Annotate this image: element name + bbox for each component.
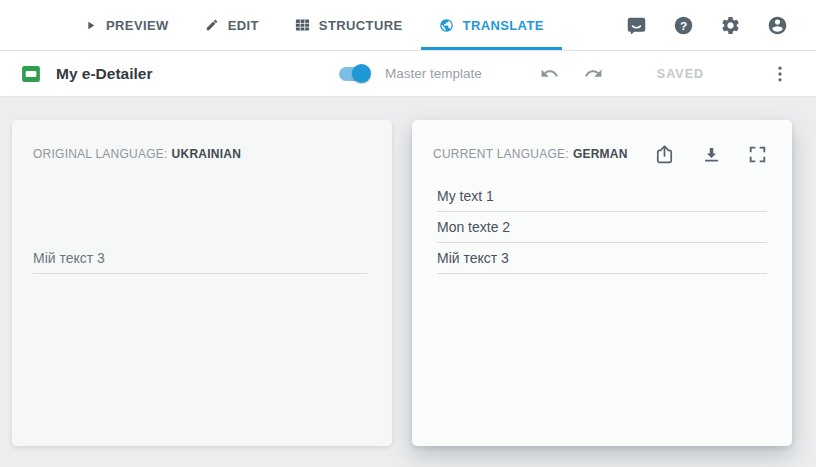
empty-row-spacer <box>33 181 367 243</box>
fullscreen-icon[interactable] <box>747 144 768 165</box>
tab-edit[interactable]: EDIT <box>187 0 277 50</box>
master-template-group: Master template <box>339 66 482 81</box>
tab-edit-label: EDIT <box>228 18 259 33</box>
current-panel-body: My text 1 Mon texte 2 Мій текст 3 <box>412 181 792 274</box>
translate-workspace: ORIGINAL LANGUAGE: UKRAINIAN Мій текст 3… <box>0 97 816 467</box>
current-language-panel: CURRENT LANGUAGE: GERMAN <box>412 120 792 446</box>
help-icon[interactable]: ? <box>673 15 694 36</box>
more-options-button[interactable] <box>770 64 790 84</box>
original-text: Мій текст 3 <box>33 250 105 266</box>
tab-structure-label: STRUCTURE <box>319 18 403 33</box>
translation-text: Мій текст 3 <box>437 250 509 266</box>
original-language-panel: ORIGINAL LANGUAGE: UKRAINIAN Мій текст 3 <box>12 120 392 446</box>
tab-translate-label: TRANSLATE <box>463 18 544 33</box>
current-panel-header: CURRENT LANGUAGE: GERMAN <box>412 120 792 166</box>
tab-structure[interactable]: STRUCTURE <box>277 0 421 50</box>
master-template-label: Master template <box>385 66 482 81</box>
tab-preview[interactable]: PREVIEW <box>66 0 187 50</box>
original-panel-header: ORIGINAL LANGUAGE: UKRAINIAN <box>12 120 392 166</box>
original-panel-body: Мій текст 3 <box>12 181 392 274</box>
settings-gear-icon[interactable] <box>720 15 741 36</box>
feedback-chat-icon[interactable] <box>626 15 647 36</box>
translation-text: Mon texte 2 <box>437 219 510 235</box>
svg-text:?: ? <box>680 18 687 32</box>
translation-text: My text 1 <box>437 188 494 204</box>
master-template-toggle[interactable] <box>339 67 369 81</box>
original-text-row: Мій текст 3 <box>33 243 367 274</box>
translation-text-row[interactable]: My text 1 <box>437 181 767 212</box>
download-icon[interactable] <box>701 144 722 165</box>
globe-icon <box>439 18 454 33</box>
redo-button[interactable] <box>584 64 603 83</box>
translation-text-row[interactable]: Mon texte 2 <box>437 212 767 243</box>
pencil-icon <box>205 18 219 32</box>
mode-tabs: PREVIEW EDIT STRUCTURE <box>0 0 562 50</box>
save-status: SAVED <box>657 67 704 81</box>
structure-grid-icon <box>295 19 310 31</box>
toggle-knob <box>352 64 371 83</box>
tab-translate[interactable]: TRANSLATE <box>421 0 562 50</box>
tab-preview-label: PREVIEW <box>106 18 169 33</box>
document-title: My e-Detailer <box>56 65 152 83</box>
original-language-value: UKRAINIAN <box>172 147 242 161</box>
app-window: PREVIEW EDIT STRUCTURE <box>0 0 816 467</box>
green-slide-icon <box>22 66 40 82</box>
topnav-actions: ? <box>626 0 816 50</box>
original-language-label: ORIGINAL LANGUAGE: <box>33 147 168 161</box>
current-language-label: CURRENT LANGUAGE: <box>433 147 569 161</box>
account-icon[interactable] <box>767 15 788 36</box>
translation-text-row[interactable]: Мій текст 3 <box>437 243 767 274</box>
play-icon <box>84 19 97 32</box>
current-panel-actions <box>653 143 768 166</box>
document-toolbar: My e-Detailer Master template SAVED <box>0 51 816 97</box>
current-language-value: GERMAN <box>573 147 628 161</box>
top-navigation: PREVIEW EDIT STRUCTURE <box>0 0 816 51</box>
undo-button[interactable] <box>540 64 559 83</box>
share-icon[interactable] <box>653 143 676 166</box>
